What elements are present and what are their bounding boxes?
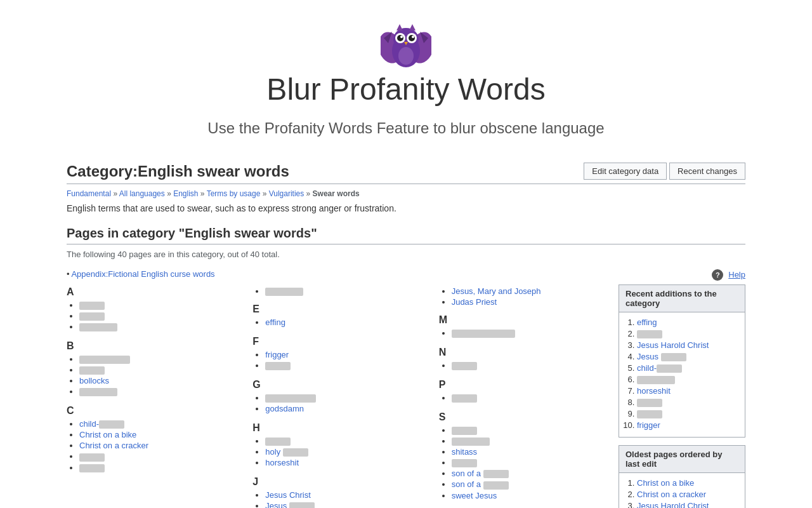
action-buttons: Edit category data Recent changes <box>584 163 745 180</box>
letter-P: P <box>439 379 606 391</box>
svg-marker-6 <box>396 24 403 30</box>
jesus-christ-link[interactable]: Jesus Christ <box>265 490 311 500</box>
section-C: C child- Christ on a bike Christ on a cr… <box>67 405 233 472</box>
frigger-link[interactable]: frigger <box>265 350 289 359</box>
list-item: godsdamn <box>265 404 419 413</box>
blurred-word <box>452 394 477 403</box>
section-J: J Jesus Christ Jesus Jesus H. Christ <box>252 476 419 508</box>
section-H: H holy horseshit <box>252 422 419 467</box>
breadcrumb-vulgarities[interactable]: Vulgarities <box>269 189 304 198</box>
blurred-word <box>452 438 490 446</box>
godsdamn-link[interactable]: godsdamn <box>265 404 304 413</box>
sidebar: ? Help Recent additions to the category … <box>619 269 745 508</box>
recent-additions-title: Recent additions to the category <box>619 285 745 312</box>
breadcrumb-fundamental[interactable]: Fundamental <box>67 189 111 198</box>
list-item: Judas Priest <box>452 297 606 307</box>
blurred-word <box>79 366 105 375</box>
list-item: child- <box>637 363 738 373</box>
P-list <box>439 393 606 403</box>
breadcrumb-terms-by-usage[interactable]: Terms by usage <box>207 189 261 198</box>
judas-priest-link[interactable]: Judas Priest <box>452 297 497 307</box>
list-item <box>637 329 738 338</box>
blurred-word <box>79 302 105 310</box>
letter-G: G <box>252 379 419 391</box>
blurred-word <box>99 420 124 429</box>
section-N: N <box>439 347 606 370</box>
shitass-link[interactable]: shitass <box>452 447 477 457</box>
list-item: Christ on a bike <box>79 430 233 439</box>
list-item <box>637 375 738 384</box>
blurred-word <box>657 364 682 373</box>
bollocks-link[interactable]: bollocks <box>79 376 109 385</box>
breadcrumb-all-languages[interactable]: All languages <box>119 189 165 198</box>
christ-on-a-bike-link[interactable]: Christ on a bike <box>79 430 136 439</box>
list-item <box>79 354 233 364</box>
section-M: M <box>439 314 606 338</box>
list-item: horseshit <box>637 386 738 396</box>
top-list <box>252 286 419 296</box>
help-link[interactable]: Help <box>728 270 745 279</box>
letter-S: S <box>439 411 606 423</box>
breadcrumb-english[interactable]: English <box>173 189 198 198</box>
list-item: son of a <box>452 469 606 478</box>
letter-B: B <box>67 340 233 352</box>
list-item <box>265 393 419 403</box>
J-cont-list: Jesus, Mary and Joseph Judas Priest <box>439 286 606 307</box>
list-item <box>79 311 233 321</box>
H-list: holy horseshit <box>252 436 419 467</box>
edit-category-button[interactable]: Edit category data <box>584 163 667 180</box>
blurred-word <box>452 362 477 370</box>
svg-point-12 <box>400 36 403 38</box>
section-P: P <box>439 379 606 403</box>
list-item: Christ on a bike <box>637 478 738 488</box>
section-A: A <box>67 286 233 331</box>
sweet-jesus-link[interactable]: sweet Jesus <box>452 491 497 500</box>
blurred-word <box>452 459 477 467</box>
blurred-word <box>79 323 117 331</box>
list-item: frigger <box>637 420 738 430</box>
appendix-link[interactable]: Appendix:Fictional English curse words <box>71 269 214 279</box>
list-item: shitass <box>452 447 606 457</box>
letter-E: E <box>252 304 419 315</box>
effing-link[interactable]: effing <box>265 318 285 327</box>
list-item <box>79 463 233 472</box>
list-item <box>637 398 738 407</box>
svg-point-13 <box>412 36 414 38</box>
section-B: B bollocks <box>67 340 233 396</box>
section-S: S shitass son of a son of a sweet Jesus <box>439 411 606 500</box>
list-item: horseshit <box>265 458 419 467</box>
son-of-a-1-link[interactable]: son of a <box>452 469 509 478</box>
horseshit-link[interactable]: horseshit <box>265 458 299 467</box>
jesus-mary-joseph-link[interactable]: Jesus, Mary and Joseph <box>452 286 541 296</box>
son-of-a-2-link[interactable]: son of a <box>452 479 509 489</box>
blurred-word <box>265 394 316 403</box>
christ-on-a-cracker-link[interactable]: Christ on a cracker <box>79 441 148 450</box>
page-header: Blur Profanity Words Use the Profanity W… <box>0 0 812 150</box>
pages-heading: Pages in category "English swear words" <box>67 226 745 244</box>
svg-point-11 <box>409 35 415 41</box>
G-list: godsdamn <box>252 393 419 413</box>
main-word-columns: • Appendix:Fictional English curse words… <box>67 269 606 508</box>
list-item <box>265 286 419 296</box>
letter-M: M <box>439 314 606 326</box>
page-title: Blur Profanity Words <box>13 72 799 107</box>
recent-changes-button[interactable]: Recent changes <box>669 163 745 180</box>
list-item: Christ on a cracker <box>637 490 738 499</box>
help-link-area: ? Help <box>619 269 745 281</box>
recent-additions-box: Recent additions to the category effing … <box>619 284 745 438</box>
svg-marker-7 <box>409 24 416 30</box>
B-list: bollocks <box>67 354 233 396</box>
blurred-word <box>483 470 509 478</box>
list-item: sweet Jesus <box>452 491 606 500</box>
owl-logo-icon <box>381 19 431 70</box>
top-blurred-section <box>252 286 419 296</box>
E-list: effing <box>252 318 419 327</box>
list-item: Jesus Harold Christ <box>637 340 738 350</box>
list-item: Jesus, Mary and Joseph <box>452 286 606 296</box>
oldest-pages-box: Oldest pages ordered by last edit Christ… <box>619 445 745 508</box>
M-list <box>439 328 606 338</box>
list-item <box>79 387 233 396</box>
blurred-word <box>637 399 662 407</box>
logo-container <box>13 19 799 72</box>
blurred-word <box>637 330 662 338</box>
